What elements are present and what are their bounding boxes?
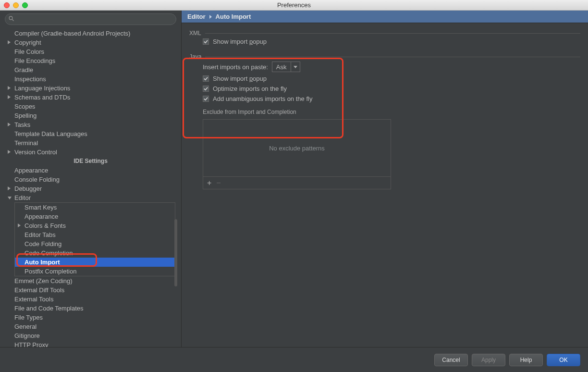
apply-button[interactable]: Apply bbox=[472, 354, 505, 366]
checkbox-unambiguous-imports[interactable]: Add unambiguous imports on the fly bbox=[189, 94, 580, 104]
chevron-right-icon[interactable] bbox=[8, 40, 11, 44]
breadcrumb-segment[interactable]: Editor bbox=[187, 13, 206, 20]
checkbox-icon[interactable] bbox=[203, 75, 209, 82]
chevron-right-icon[interactable] bbox=[8, 150, 11, 154]
titlebar: Preferences bbox=[0, 0, 588, 11]
tree-item-auto-import[interactable]: Auto Import bbox=[15, 258, 175, 267]
ok-button[interactable]: OK bbox=[547, 354, 580, 366]
checkbox-optimize-imports[interactable]: Optimize imports on the fly bbox=[189, 84, 580, 94]
tree-item[interactable]: Console Folding bbox=[0, 175, 181, 184]
tree-item[interactable]: Gradle bbox=[0, 65, 181, 74]
settings-tree[interactable]: Compiler (Gradle-based Android Projects)… bbox=[0, 28, 181, 347]
tree-item[interactable]: Colors & Fonts bbox=[15, 221, 175, 230]
window-title: Preferences bbox=[0, 1, 588, 9]
tree-item[interactable]: Appearance bbox=[15, 212, 175, 221]
tree-item[interactable]: Template Data Languages bbox=[0, 129, 181, 138]
chevron-right-icon[interactable] bbox=[8, 186, 11, 190]
chevron-right-icon[interactable] bbox=[8, 86, 11, 90]
checkbox-label: Optimize imports on the fly bbox=[213, 85, 287, 92]
tree-item[interactable]: Code Folding bbox=[15, 239, 175, 248]
tree-item[interactable]: Spelling bbox=[0, 111, 181, 120]
checkbox-label: Add unambiguous imports on the fly bbox=[213, 95, 312, 102]
dropdown-button[interactable] bbox=[291, 62, 300, 72]
checkbox-icon[interactable] bbox=[203, 96, 209, 102]
breadcrumb: Editor Auto Import bbox=[182, 11, 588, 23]
content-panel: Editor Auto Import XML Show import popup… bbox=[182, 11, 588, 347]
tree-item[interactable]: External Tools bbox=[0, 295, 181, 304]
editor-subtree-box: Smart Keys Appearance Colors & Fonts Edi… bbox=[14, 202, 175, 276]
dropdown-value: Ask bbox=[272, 62, 291, 72]
tree-item[interactable]: Appearance bbox=[0, 166, 181, 175]
tree-item[interactable]: Postfix Completion bbox=[15, 267, 175, 276]
tree-item[interactable]: File Encodings bbox=[0, 56, 181, 65]
tree-item[interactable]: File Colors bbox=[0, 47, 181, 56]
tree-item[interactable]: Terminal bbox=[0, 138, 181, 148]
tree-item[interactable]: File and Code Templates bbox=[0, 304, 181, 313]
tree-item[interactable]: Smart Keys bbox=[15, 203, 175, 212]
checkbox-icon[interactable] bbox=[203, 86, 209, 92]
tree-item[interactable]: External Diff Tools bbox=[0, 285, 181, 295]
tree-item[interactable]: File Types bbox=[0, 313, 181, 322]
add-button[interactable]: + bbox=[207, 179, 211, 187]
scrollbar-thumb[interactable] bbox=[174, 219, 177, 286]
chevron-right-icon[interactable] bbox=[8, 123, 11, 126]
tree-section-header: IDE Settings bbox=[0, 157, 181, 166]
tree-item[interactable]: Copyright bbox=[0, 38, 181, 47]
cancel-button[interactable]: Cancel bbox=[434, 354, 468, 366]
tree-item[interactable]: Code Completion bbox=[15, 248, 175, 258]
tree-item[interactable]: Editor Tabs bbox=[15, 230, 175, 239]
section-label-java: Java bbox=[189, 53, 201, 60]
checkbox-label: Show import popup bbox=[213, 38, 267, 45]
chevron-right-icon bbox=[209, 15, 212, 19]
insert-imports-dropdown[interactable]: Ask bbox=[272, 62, 300, 72]
breadcrumb-segment: Auto Import bbox=[216, 13, 251, 20]
checkbox-label: Show import popup bbox=[213, 75, 267, 82]
checkbox-icon[interactable] bbox=[203, 38, 209, 45]
tree-item[interactable]: Inspections bbox=[0, 74, 181, 84]
tree-item[interactable]: Language Injections bbox=[0, 84, 181, 93]
tree-item[interactable]: Emmet (Zen Coding) bbox=[0, 276, 181, 285]
exclude-empty-text: No exclude patterns bbox=[203, 120, 391, 176]
tree-item[interactable]: Schemas and DTDs bbox=[0, 93, 181, 102]
sidebar: Compiler (Gradle-based Android Projects)… bbox=[0, 11, 182, 347]
tree-item[interactable]: HTTP Proxy bbox=[0, 340, 181, 347]
search-input[interactable] bbox=[5, 13, 176, 25]
tree-item[interactable]: Scopes bbox=[0, 102, 181, 111]
exclude-title: Exclude from Import and Completion bbox=[189, 104, 580, 115]
tree-item[interactable]: Tasks bbox=[0, 120, 181, 129]
help-button[interactable]: Help bbox=[509, 354, 543, 366]
insert-imports-row: Insert imports on paste: Ask bbox=[189, 60, 580, 74]
preferences-window: Compiler (Gradle-based Android Projects)… bbox=[0, 11, 588, 372]
checkbox-java-show-popup[interactable]: Show import popup bbox=[189, 74, 580, 84]
insert-imports-label: Insert imports on paste: bbox=[203, 63, 268, 71]
tree-item-editor[interactable]: Editor bbox=[0, 193, 181, 202]
section-label-xml: XML bbox=[189, 30, 201, 37]
chevron-down-icon[interactable] bbox=[8, 197, 12, 199]
tree-item[interactable]: Compiler (Gradle-based Android Projects) bbox=[0, 29, 181, 38]
chevron-down-icon bbox=[294, 66, 297, 68]
exclude-list: No exclude patterns + − bbox=[203, 119, 391, 189]
tree-item[interactable]: Debugger bbox=[0, 184, 181, 193]
tree-item[interactable]: General bbox=[0, 322, 181, 331]
tree-item[interactable]: Version Control bbox=[0, 148, 181, 157]
checkbox-xml-show-popup[interactable]: Show import popup bbox=[189, 37, 580, 47]
chevron-right-icon[interactable] bbox=[18, 223, 21, 227]
chevron-right-icon[interactable] bbox=[8, 95, 11, 99]
remove-button[interactable]: − bbox=[216, 179, 220, 187]
dialog-buttons: Cancel Apply Help OK bbox=[0, 347, 588, 372]
exclude-toolbar: + − bbox=[203, 176, 391, 189]
tree-item[interactable]: Gitignore bbox=[0, 331, 181, 340]
